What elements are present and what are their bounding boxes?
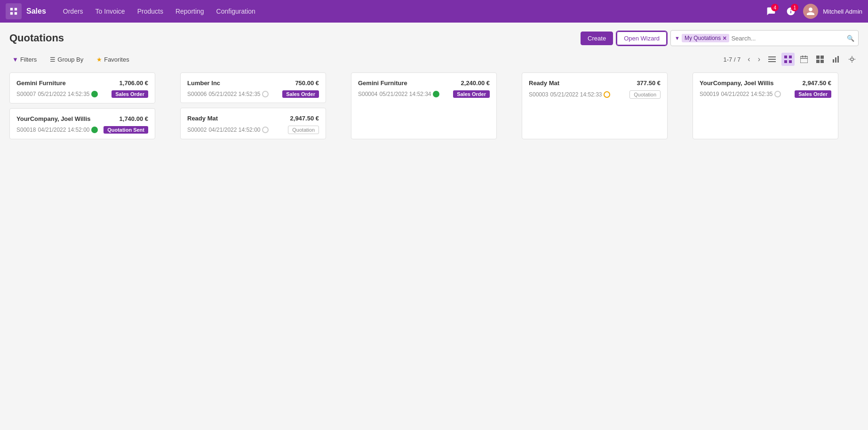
search-submit-icon[interactable]: 🔍 [847, 35, 854, 42]
group-by-icon: ☰ [50, 56, 56, 63]
favorites-button[interactable]: ★ Favorites [94, 54, 132, 65]
card-header: Ready Mat 2,947.50 € [187, 115, 319, 122]
kanban-column-2: Gemini Furniture 2,240.00 € S00004 05/21… [351, 72, 517, 139]
header-right: Create Open Wizard ▼ My Quotations × 🔍 [64, 30, 859, 46]
svg-rect-9 [784, 60, 787, 63]
card-body: S00019 04/21/2022 14:52:35 Sales Order [700, 90, 831, 98]
filters-label: Filters [20, 56, 37, 63]
card-amount: 1,740.00 € [119, 115, 148, 122]
svg-rect-19 [833, 59, 834, 63]
calendar-view-icon[interactable] [797, 53, 811, 66]
nav-products[interactable]: Products [132, 5, 169, 18]
card-info: S00007 05/21/2022 14:52:35 [16, 91, 98, 97]
activity-icon[interactable]: 1 [783, 4, 798, 19]
open-wizard-button[interactable]: Open Wizard [617, 32, 667, 45]
svg-rect-10 [789, 60, 792, 63]
card-client: YourCompany, Joel Willis [16, 115, 91, 122]
card-info: S00004 05/21/2022 14:52:34 [358, 91, 439, 97]
svg-rect-16 [820, 56, 824, 59]
prev-page-button[interactable]: ‹ [745, 54, 752, 64]
status-dot-green [433, 91, 439, 97]
kanban-card[interactable]: Gemini Furniture 1,706.00 € S00007 05/21… [9, 72, 155, 104]
filters-button[interactable]: ▼ Filters [9, 54, 40, 65]
filter-icon: ▼ [12, 56, 18, 63]
svg-rect-8 [789, 56, 792, 58]
card-body: S00002 04/21/2022 14:52:00 Quotation [187, 126, 319, 134]
status-badge-quotation-sent: Quotation Sent [104, 126, 148, 134]
kanban-view-icon[interactable] [781, 53, 795, 66]
card-order-id: S00018 [16, 127, 36, 133]
search-filter-label: My Quotations [685, 35, 721, 41]
nav-configuration[interactable]: Configuration [211, 5, 261, 18]
card-status: Sales Order [282, 90, 319, 98]
card-order-id: S00007 [16, 91, 36, 97]
svg-rect-17 [816, 60, 820, 63]
svg-point-22 [851, 58, 853, 61]
svg-rect-7 [784, 56, 787, 58]
card-info: S00003 05/21/2022 14:52:33 [529, 91, 610, 98]
svg-rect-3 [15, 12, 17, 15]
list-view-icon[interactable] [765, 53, 779, 66]
status-dot-gray [262, 91, 269, 97]
nav-to-invoice[interactable]: To Invoice [90, 5, 131, 18]
card-date: 04/21/2022 14:52:00 [208, 127, 260, 133]
group-by-label: Group By [57, 56, 83, 63]
card-amount: 2,947.50 € [803, 80, 831, 87]
card-order-id: S00003 [529, 91, 548, 98]
kanban-card[interactable]: YourCompany, Joel Willis 1,740.00 € S000… [9, 108, 155, 139]
card-status: Quotation [288, 126, 319, 134]
card-info: S00019 04/21/2022 14:52:35 [700, 91, 781, 97]
card-date: 05/21/2022 14:52:35 [208, 91, 260, 97]
svg-rect-1 [15, 8, 17, 10]
messages-icon[interactable]: 4 [764, 4, 779, 19]
kanban-card[interactable]: Ready Mat 2,947.50 € S00002 04/21/2022 1… [180, 108, 326, 139]
kanban-card[interactable]: YourCompany, Joel Willis 2,947.50 € S000… [693, 72, 838, 139]
card-date: 05/21/2022 14:52:35 [38, 91, 89, 97]
nav-reporting[interactable]: Reporting [170, 5, 210, 18]
nav-orders[interactable]: Orders [57, 5, 89, 18]
search-input[interactable] [731, 35, 845, 42]
status-dot-green [91, 127, 98, 133]
activity-count: 1 [791, 4, 798, 11]
next-page-button[interactable]: › [756, 54, 763, 64]
card-body: S00003 05/21/2022 14:52:33 Quotation [529, 90, 661, 99]
kanban-column-0: Gemini Furniture 1,706.00 € S00007 05/21… [9, 72, 175, 139]
card-client: Lumber Inc [187, 80, 220, 87]
card-body: S00007 05/21/2022 14:52:35 Sales Order [16, 90, 148, 98]
svg-rect-11 [800, 56, 808, 63]
top-navbar: Sales Orders To Invoice Products Reporti… [0, 0, 868, 23]
card-header: Gemini Furniture 2,240.00 € [358, 80, 490, 87]
filter-controls: ▼ Filters ☰ Group By ★ Favorites [9, 54, 132, 65]
username-label[interactable]: Mitchell Admin [823, 8, 862, 15]
status-dot-gray [774, 91, 781, 97]
favorites-label: Favorites [104, 56, 129, 63]
svg-rect-2 [10, 12, 13, 15]
card-amount: 377.50 € [637, 80, 661, 87]
status-badge-quotation: Quotation [288, 126, 319, 134]
card-order-id: S00019 [700, 91, 719, 97]
remove-filter-button[interactable]: × [723, 35, 726, 41]
favorites-star-icon: ★ [96, 56, 102, 63]
status-badge-sales-order: Sales Order [453, 90, 490, 98]
settings-view-icon[interactable] [845, 53, 859, 66]
pivot-view-icon[interactable] [813, 53, 827, 66]
apps-menu-icon[interactable] [6, 3, 22, 19]
group-by-button[interactable]: ☰ Group By [47, 54, 86, 65]
create-button[interactable]: Create [581, 32, 613, 45]
kanban-card[interactable]: Gemini Furniture 2,240.00 € S00004 05/21… [351, 72, 497, 139]
page-content: Quotations Create Open Wizard ▼ My Quota… [0, 23, 868, 147]
status-dot-green [91, 91, 98, 97]
status-badge-sales-order: Sales Order [111, 90, 148, 98]
kanban-board: Gemini Furniture 1,706.00 € S00007 05/21… [9, 72, 859, 139]
kanban-card[interactable]: Lumber Inc 750.00 € S00006 05/21/2022 14… [180, 72, 326, 103]
graph-view-icon[interactable] [829, 53, 843, 66]
kanban-card[interactable]: Ready Mat 377.50 € S00003 05/21/2022 14:… [522, 72, 668, 139]
card-client: Gemini Furniture [16, 80, 66, 87]
user-avatar[interactable] [803, 4, 818, 19]
card-body: S00018 04/21/2022 14:52:00 Quotation Sen… [16, 126, 148, 134]
status-dot-gray [262, 127, 269, 133]
card-info: S00006 05/21/2022 14:52:35 [187, 91, 269, 97]
card-amount: 750.00 € [295, 80, 319, 87]
messages-count: 4 [771, 4, 779, 11]
app-name: Sales [26, 7, 46, 16]
